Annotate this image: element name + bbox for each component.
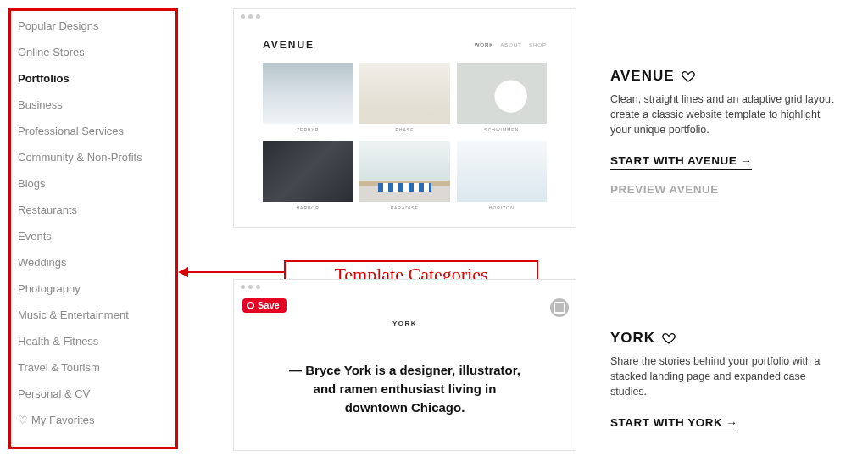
template-description: Share the stories behind your portfolio …	[610, 353, 843, 399]
heart-icon: ♡	[18, 414, 28, 426]
sidebar-item-weddings[interactable]: Weddings	[11, 249, 175, 276]
avenue-thumb	[457, 63, 547, 124]
avenue-thumb	[457, 141, 547, 202]
avenue-caption: HORIZON	[489, 205, 515, 212]
browser-dots	[234, 9, 576, 24]
template-row-avenue: AVENUE WORK ABOUT SHOP ZEPHYR PHASE SCHW…	[233, 8, 852, 228]
template-preview-york[interactable]: Save YORK — Bryce York is a designer, il…	[233, 279, 576, 451]
sidebar-item-popular-designs[interactable]: Popular Designs	[11, 13, 175, 39]
sidebar-item-label: My Favorites	[31, 414, 94, 426]
york-intro-prefix: —	[289, 363, 305, 377]
template-description: Clean, straight lines and an adaptive gr…	[610, 92, 843, 137]
avenue-nav-item: WORK	[475, 42, 494, 47]
template-list: AVENUE WORK ABOUT SHOP ZEPHYR PHASE SCHW…	[233, 8, 852, 462]
sidebar-item-blogs[interactable]: Blogs	[11, 170, 175, 197]
browser-dots	[234, 280, 576, 294]
heart-icon[interactable]	[662, 331, 676, 345]
avenue-caption: HARBOR	[296, 205, 319, 212]
avenue-nav: WORK ABOUT SHOP	[475, 42, 547, 47]
heart-icon[interactable]	[682, 70, 695, 83]
york-intro-text: — Bryce York is a designer, illustrator,…	[268, 361, 542, 416]
template-info-avenue: AVENUE Clean, straight lines and an adap…	[610, 8, 843, 210]
sidebar-item-travel-tourism[interactable]: Travel & Tourism	[11, 354, 175, 381]
sidebar-item-restaurants[interactable]: Restaurants	[11, 197, 175, 223]
expand-icon[interactable]	[550, 298, 569, 317]
avenue-thumb	[359, 63, 449, 124]
avenue-caption: PHASE	[396, 127, 415, 134]
pinterest-save-button[interactable]: Save	[242, 298, 287, 313]
avenue-nav-item: SHOP	[529, 42, 547, 47]
link-label: PREVIEW AVENUE	[610, 183, 719, 196]
sidebar-item-music-entertainment[interactable]: Music & Entertainment	[11, 302, 175, 328]
sidebar-item-community-nonprofits[interactable]: Community & Non-Profits	[11, 144, 175, 170]
avenue-logo: AVENUE	[263, 39, 314, 51]
link-label: START WITH AVENUE	[610, 154, 737, 167]
arrow-right-icon: →	[726, 416, 737, 429]
sidebar-item-portfolios[interactable]: Portfolios	[11, 65, 175, 92]
template-title: AVENUE	[610, 68, 675, 85]
start-with-york-link[interactable]: START WITH YORK→	[610, 416, 737, 431]
avenue-caption: ZEPHYR	[297, 127, 319, 134]
sidebar-item-health-fitness[interactable]: Health & Fitness	[11, 328, 175, 354]
avenue-thumb	[263, 63, 353, 124]
template-title: YORK	[610, 330, 655, 347]
sidebar-item-my-favorites[interactable]: ♡My Favorites	[11, 407, 175, 433]
category-sidebar: Popular Designs Online Stores Portfolios…	[8, 8, 178, 449]
avenue-caption: PARADISE	[391, 205, 419, 212]
sidebar-item-business[interactable]: Business	[11, 92, 175, 118]
start-with-avenue-link[interactable]: START WITH AVENUE→	[610, 154, 752, 170]
template-row-york: Save YORK — Bryce York is a designer, il…	[233, 279, 852, 451]
avenue-thumb	[359, 141, 449, 202]
avenue-caption: SCHWIMMEN	[484, 127, 519, 134]
york-intro-body: Bryce York is a designer, illustrator, a…	[305, 363, 520, 415]
york-logo: YORK	[268, 320, 542, 327]
avenue-nav-item: ABOUT	[500, 42, 522, 47]
york-mini-page: YORK — Bryce York is a designer, illustr…	[234, 294, 576, 450]
link-label: START WITH YORK	[610, 416, 722, 429]
sidebar-item-events[interactable]: Events	[11, 223, 175, 249]
sidebar-item-personal-cv[interactable]: Personal & CV	[11, 381, 175, 407]
sidebar-item-professional-services[interactable]: Professional Services	[11, 118, 175, 144]
preview-avenue-link[interactable]: PREVIEW AVENUE	[610, 183, 719, 198]
template-info-york: YORK Share the stories behind your portf…	[610, 279, 843, 443]
arrow-right-icon: →	[740, 154, 752, 167]
sidebar-item-online-stores[interactable]: Online Stores	[11, 39, 175, 65]
avenue-mini-page: AVENUE WORK ABOUT SHOP ZEPHYR PHASE SCHW…	[234, 24, 576, 227]
template-preview-avenue[interactable]: AVENUE WORK ABOUT SHOP ZEPHYR PHASE SCHW…	[233, 8, 576, 228]
avenue-thumb	[263, 141, 353, 202]
sidebar-item-photography[interactable]: Photography	[11, 276, 175, 302]
